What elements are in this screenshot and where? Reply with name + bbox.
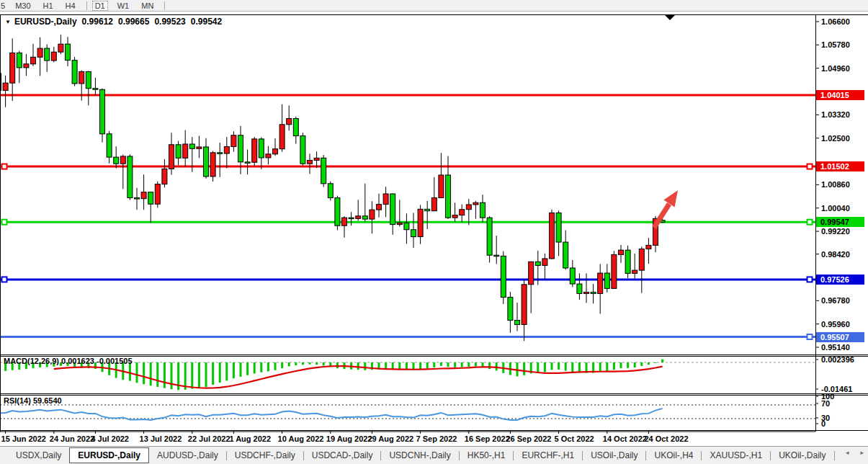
symbol-tab-usdx-daily[interactable]: USDX,Daily: [9, 449, 68, 462]
candle-body-up: [377, 205, 382, 210]
candle-body-up: [79, 71, 84, 84]
macd-histogram-bar: [406, 362, 408, 370]
symbol-tab-usdcad-daily[interactable]: USDCAD-,Daily: [305, 449, 380, 462]
line-handle[interactable]: [2, 220, 7, 225]
macd-histogram-bar: [288, 362, 290, 366]
tab-scroll-left-icon[interactable]: ◂: [844, 447, 851, 458]
candle-body-up: [612, 254, 617, 288]
macd-histogram-bar: [467, 362, 470, 367]
line-handle[interactable]: [2, 277, 7, 282]
date-axis-tick-label: 13 Jul 2022: [140, 434, 182, 443]
date-axis-tick-label: 24 Jun 2022: [50, 434, 94, 443]
macd-histogram-bar: [392, 362, 394, 369]
macd-histogram-bar: [599, 362, 601, 372]
candle-body-down: [487, 218, 492, 255]
candle-body-up: [51, 52, 56, 61]
chart-shift-marker-icon[interactable]: [665, 15, 675, 20]
candle-body-down: [625, 250, 630, 273]
candle-body-up: [31, 57, 36, 63]
line-handle[interactable]: [807, 220, 813, 225]
tab-separator: [770, 451, 771, 460]
date-axis-tick-label: 19 Aug 2022: [326, 434, 372, 443]
macd-histogram-bar: [212, 362, 214, 385]
price-axis-tick-label: 1.03320: [821, 110, 850, 119]
symbol-tab-ukoil-daily[interactable]: UKOil-,Daily: [772, 449, 832, 462]
candle-body-down: [17, 53, 22, 68]
candle-body-down: [501, 256, 506, 297]
chart-dropdown-icon[interactable]: ▼: [5, 19, 11, 25]
date-axis-tick-label: 5 Oct 2022: [555, 434, 594, 443]
price-axis-tick-label: 0.99220: [821, 227, 850, 236]
rsi-indicator-label: RSI(14) 59.6540: [4, 396, 62, 405]
candle-body-up: [522, 285, 527, 325]
macd-histogram-bar: [544, 362, 546, 372]
symbol-tab-usdcnh-daily[interactable]: USDCNH-,Daily: [382, 449, 457, 462]
candle-body-up: [224, 147, 229, 153]
line-handle[interactable]: [2, 164, 7, 169]
macd-histogram-bar: [240, 362, 242, 377]
macd-histogram-bar: [655, 362, 657, 363]
candle-body-up: [356, 216, 361, 219]
macd-histogram-bar: [537, 362, 539, 373]
candle-body-down: [218, 153, 223, 154]
symbol-tab-audusd-daily[interactable]: AUDUSD-,Daily: [151, 449, 225, 462]
macd-histogram-bar: [565, 362, 567, 371]
line-handle[interactable]: [807, 334, 813, 339]
macd-histogram-bar: [454, 362, 456, 367]
candle-body-down: [446, 175, 451, 218]
tab-separator: [834, 451, 835, 460]
date-axis-tick-label: 22 Jul 2022: [188, 434, 231, 443]
macd-histogram-bar: [627, 362, 629, 368]
candle-body-down: [189, 144, 194, 148]
candle-body-up: [370, 210, 375, 219]
symbol-tab-eurchf-h1[interactable]: EURCHF-,H1: [515, 449, 581, 462]
candle-body-up: [466, 205, 471, 210]
price-axis-tick-label: 1.00860: [821, 180, 850, 189]
symbol-tab-usdchf-daily[interactable]: USDCHF-,Daily: [228, 449, 302, 462]
macd-histogram-bar: [254, 362, 256, 373]
macd-histogram-bar: [385, 362, 387, 368]
macd-histogram-bar: [136, 362, 138, 383]
candle-body-down: [425, 209, 430, 210]
candle-body-down: [535, 262, 540, 265]
symbol-tab-eurusd-daily[interactable]: EURUSD-,Daily: [69, 447, 149, 463]
date-axis-tick-label: 26 Sep 2022: [506, 434, 551, 443]
candle-body-down: [45, 48, 50, 61]
up-trend-arrow[interactable]: [654, 204, 669, 228]
candle-body-up: [308, 160, 313, 164]
candle-body-up: [231, 135, 236, 147]
macd-histogram-bar: [171, 362, 173, 389]
candle-body-up: [24, 64, 29, 68]
candle-body-up: [141, 192, 146, 199]
candle-body-down: [300, 136, 305, 164]
symbol-tab-usoil-daily[interactable]: USOil-,Daily: [584, 449, 644, 462]
chart-low-value: 0.99523: [154, 17, 185, 27]
candle-body-up: [639, 249, 644, 271]
price-axis-tick-label: 0.95140: [821, 343, 850, 352]
macd-histogram-bar: [620, 362, 622, 368]
macd-histogram-bar: [164, 362, 166, 388]
candle-body-up: [210, 153, 215, 177]
macd-histogram-bar: [198, 362, 200, 388]
macd-histogram-bar: [606, 362, 608, 372]
tab-separator: [303, 451, 304, 460]
tab-separator: [645, 451, 646, 460]
candle-body-up: [418, 209, 423, 236]
tab-scroll-right-icon[interactable]: ▸: [858, 447, 866, 458]
symbol-tab-ukoil-h4[interactable]: UKOil-,H4: [648, 449, 699, 462]
macd-histogram-bar: [246, 362, 249, 375]
line-handle[interactable]: [807, 277, 813, 282]
hline-price-label-0.97526: 0.97526: [816, 275, 864, 285]
macd-histogram-bar: [316, 362, 318, 365]
symbol-tab-xauusd-h1[interactable]: XAUUSD-,H1: [703, 449, 769, 462]
symbol-tab-hk50-h1[interactable]: HK50-,H1: [461, 449, 512, 462]
macd-histogram-bar: [640, 362, 643, 366]
macd-histogram-bar: [488, 362, 491, 369]
price-axis-tick-label: 1.06600: [821, 17, 850, 26]
candle-body-down: [563, 242, 568, 268]
macd-histogram-bar: [523, 362, 525, 375]
line-handle[interactable]: [807, 164, 813, 169]
candle-body-up: [183, 144, 188, 158]
candle-body-down: [176, 145, 181, 159]
candle-body-down: [508, 298, 513, 321]
